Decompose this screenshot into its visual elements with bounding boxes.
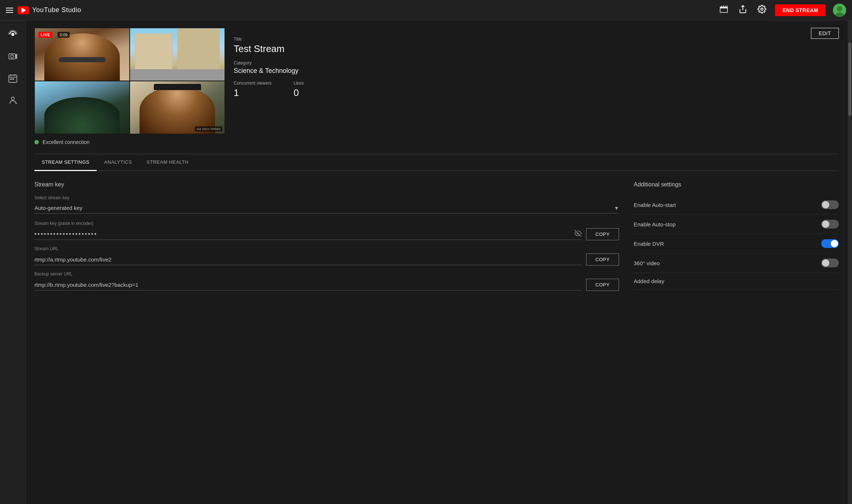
dvr-toggle[interactable] [821, 239, 839, 248]
stream-meta: EDIT Title Test Stream Category Science … [234, 28, 839, 145]
svg-rect-19 [10, 78, 12, 80]
sidebar [0, 21, 26, 504]
toggle-row-auto-start: Enable Auto-start [634, 195, 839, 215]
share-icon[interactable] [737, 3, 749, 17]
auto-stop-toggle[interactable] [821, 220, 839, 229]
tab-stream-settings[interactable]: STREAM SETTINGS [34, 154, 97, 171]
likes-label: Likes [293, 81, 304, 86]
copy-stream-key-button[interactable]: COPY [586, 228, 619, 240]
svg-rect-20 [12, 78, 14, 80]
toggle-visibility-icon[interactable] [574, 230, 582, 238]
logo-area: YouTube Studio [18, 6, 81, 14]
dvr-knob [831, 240, 838, 247]
likes-value: 0 [293, 87, 304, 99]
youtube-logo [18, 6, 29, 14]
360-label: 360° video [634, 260, 660, 266]
dvr-label: Enable DVR [634, 241, 664, 247]
backup-url-input-row: COPY [34, 279, 619, 291]
select-stream-key-wrapper: Auto-generated key ▼ [34, 203, 619, 214]
timer-badge: 0:09 [58, 32, 70, 38]
svg-line-3 [723, 5, 723, 8]
video-cell-3 [34, 81, 130, 134]
stream-key-field-wrapper [34, 229, 582, 240]
stream-key-section: Stream key Select stream key Auto-genera… [34, 181, 619, 292]
hamburger-icon[interactable] [6, 8, 13, 13]
sidebar-item-calendar[interactable] [3, 69, 23, 88]
category-label: Category [234, 60, 839, 66]
video-grid: LIVE 0:09 [34, 28, 225, 134]
settings-content: Stream key Select stream key Auto-genera… [34, 171, 839, 303]
360-toggle[interactable] [821, 259, 839, 267]
end-stream-button[interactable]: END STREAM [775, 4, 826, 16]
main-layout: LIVE 0:09 [0, 21, 852, 504]
connection-text: Excellent connection [42, 139, 89, 145]
live-badge: LIVE [38, 32, 52, 38]
stream-url-input-row: COPY [34, 253, 619, 266]
nav-icons: END STREAM [718, 3, 846, 17]
clip-icon[interactable] [718, 3, 730, 17]
stream-url-label: Stream URL [34, 246, 619, 251]
360-knob [822, 259, 829, 267]
stream-key-input-label: Stream key (paste in encoder) [34, 221, 619, 226]
svg-point-9 [837, 6, 842, 11]
scrollbar-area [848, 21, 852, 504]
added-delay-label: Added delay [634, 278, 664, 284]
stream-title: Test Stream [234, 43, 839, 55]
svg-line-5 [727, 5, 727, 8]
backup-url-input[interactable] [34, 279, 582, 290]
connection-indicator [34, 140, 39, 144]
svg-marker-14 [15, 54, 17, 59]
concurrent-viewers-stat: Concurrent viewers 1 [234, 81, 271, 99]
stream-url-input[interactable] [34, 254, 582, 265]
stream-key-title: Stream key [34, 181, 619, 188]
additional-settings-title: Additional settings [634, 181, 839, 188]
stream-category: Science & Technology [234, 67, 839, 75]
copy-stream-url-button[interactable]: COPY [586, 253, 619, 266]
sidebar-item-live[interactable] [3, 25, 23, 44]
tab-analytics[interactable]: ANALYTICS [97, 154, 139, 171]
settings-icon[interactable] [756, 3, 768, 17]
stream-key-input[interactable] [34, 229, 582, 240]
svg-point-11 [11, 33, 14, 36]
auto-start-knob [822, 201, 829, 208]
edit-button[interactable]: EDIT [811, 28, 839, 39]
svg-line-2 [721, 5, 722, 8]
backup-url-field-wrapper [34, 279, 582, 290]
video-cell-1: LIVE 0:09 [34, 28, 130, 81]
meta-stats: Concurrent viewers 1 Likes 0 [234, 81, 839, 99]
svg-point-21 [11, 97, 14, 100]
concurrent-label: Concurrent viewers [234, 81, 271, 86]
title-label: Title [234, 37, 839, 42]
stream-url-field-wrapper [34, 254, 582, 265]
tabs-section: STREAM SETTINGS ANALYTICS STREAM HEALTH … [34, 154, 839, 303]
svg-line-4 [725, 5, 725, 8]
scrollbar-thumb[interactable] [848, 42, 851, 116]
connection-status: Excellent connection [34, 139, 225, 145]
svg-point-7 [761, 8, 763, 10]
sidebar-item-exit[interactable] [3, 91, 23, 110]
stream-info-section: LIVE 0:09 [34, 28, 839, 145]
select-stream-key-label: Select stream key [34, 195, 619, 200]
toggle-row-360: 360° video [634, 253, 839, 273]
tabs-bar: STREAM SETTINGS ANALYTICS STREAM HEALTH [34, 154, 839, 171]
backup-url-label: Backup server URL [34, 271, 619, 277]
backup-url-section: Backup server URL COPY [34, 271, 619, 291]
studio-title: YouTube Studio [32, 6, 81, 14]
auto-stop-knob [822, 220, 829, 228]
top-nav: YouTube Studio [0, 0, 852, 21]
auto-stop-label: Enable Auto-stop [634, 221, 675, 227]
tab-stream-health[interactable]: STREAM HEALTH [139, 154, 196, 171]
added-delay-row: Added delay [634, 273, 839, 290]
toggle-row-auto-stop: Enable Auto-stop [634, 215, 839, 234]
toggle-row-dvr: Enable DVR [634, 234, 839, 253]
auto-start-label: Enable Auto-start [634, 202, 676, 208]
video-cell-4: via cisco Webex [130, 81, 225, 134]
svg-point-13 [11, 55, 14, 58]
auto-start-toggle[interactable] [821, 200, 839, 209]
additional-settings-section: Additional settings Enable Auto-start En… [634, 181, 839, 292]
concurrent-value: 1 [234, 87, 271, 99]
avatar[interactable] [833, 4, 846, 17]
select-stream-key[interactable]: Auto-generated key [34, 203, 619, 214]
copy-backup-url-button[interactable]: COPY [586, 279, 619, 291]
sidebar-item-camera[interactable] [3, 47, 23, 66]
